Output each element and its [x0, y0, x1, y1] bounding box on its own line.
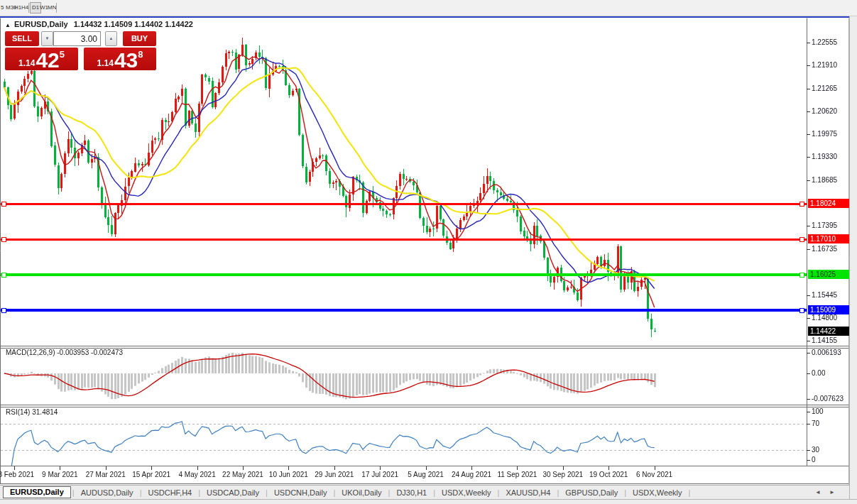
price-axis-tick: 1.22555 [812, 38, 837, 47]
macd-axis-label: 0.006193 [812, 349, 841, 357]
price-axis-tick: 1.15445 [812, 291, 837, 300]
price-axis-tick: 1.17395 [812, 221, 837, 230]
tab-scroll-left-icon[interactable]: ◄ [815, 489, 821, 495]
sell-price-box[interactable]: 1.14 42 5 [5, 48, 78, 70]
rsi-axis-label: 0 [812, 456, 816, 464]
volume-input[interactable] [53, 31, 101, 46]
chart-tab-usdx-weekly[interactable]: USDX,Weekly [435, 487, 497, 498]
date-axis-label: 6 Nov 2021 [636, 471, 672, 478]
date-axis-label: 10 Jun 2021 [269, 471, 308, 478]
sell-price-prefix: 1.14 [18, 58, 35, 68]
window-bottom-strip [0, 499, 857, 504]
date-axis-label: 18 Feb 2021 [0, 471, 34, 478]
buy-price-big: 43 [114, 50, 138, 70]
price-level-tag: 1.17010 [808, 234, 849, 243]
chart-ohlc-values: 1.14432 1.14509 1.14402 1.14422 [74, 20, 193, 28]
price-level-tag: 1.16025 [808, 270, 849, 279]
window-right-gutter [849, 16, 857, 504]
sell-price-big: 42 [36, 50, 59, 70]
chart-tab-usdchf-h4[interactable]: USDCHF,H4 [141, 487, 198, 498]
date-axis-label: 5 Aug 2021 [408, 471, 444, 478]
date-axis-label: 17 Jul 2021 [361, 471, 398, 478]
macd-axis-label: 0.00 [812, 369, 825, 378]
price-axis-tick: 1.14155 [812, 336, 837, 345]
date-axis-label: 27 Mar 2021 [86, 471, 126, 478]
date-axis-label: 11 Sep 2021 [497, 471, 537, 478]
date-axis-label: 22 May 2021 [222, 471, 263, 478]
chart-canvas[interactable] [0, 0, 857, 504]
toolbar-separator [56, 3, 57, 13]
date-axis-label: 19 Oct 2021 [589, 471, 628, 478]
chart-tab-usdx-weekly[interactable]: USDX,Weekly [626, 487, 688, 498]
volume-increase-button[interactable]: ▲ [105, 31, 117, 46]
macd-indicator-header: MACD(12,26,9) -0.003953 -0.002473 [6, 349, 123, 356]
chart-tab-usdcad-daily[interactable]: USDCAD,Daily [200, 487, 266, 498]
spinner-up-icon: ▲ [109, 36, 114, 40]
rsi-indicator-header: RSI(14) 31.4814 [6, 408, 58, 416]
chart-title: ▲EURUSD,Daily1.14432 1.14509 1.14402 1.1… [5, 20, 193, 28]
collapse-icon[interactable]: ▲ [5, 22, 11, 28]
macd-axis-label: -0.007623 [812, 395, 844, 403]
chart-symbol-label: EURUSD,Daily [14, 20, 68, 28]
buy-price-sup: 8 [138, 49, 143, 60]
timeframe-toolbar: 5M30H1H4D1W1MN [0, 0, 857, 16]
rsi-axis-label: 30 [812, 446, 819, 454]
price-axis-tick: 1.18685 [812, 176, 837, 185]
chart-tab-ukoil-daily[interactable]: UKOil,Daily [335, 487, 388, 498]
tab-scroll-right-icon[interactable]: ► [829, 489, 835, 495]
buy-price-prefix: 1.14 [97, 58, 114, 68]
tab-separator: | [689, 488, 691, 497]
timeframe-button-5[interactable]: 5 [0, 4, 4, 12]
price-axis-tick: 1.19975 [812, 130, 837, 138]
price-level-tag: 1.15009 [808, 305, 849, 314]
mt4-window: 5M30H1H4D1W1MN ▲EURUSD,Daily1.14432 1.14… [0, 0, 857, 504]
chart-tab-dj30-h1[interactable]: DJ30,H1 [390, 487, 433, 498]
price-axis-tick: 1.14800 [812, 314, 837, 322]
date-axis-label: 9 Mar 2021 [42, 471, 78, 478]
price-axis-tick: 1.21265 [812, 84, 837, 93]
price-level-tag: 1.18024 [808, 199, 849, 208]
buy-price-box[interactable]: 1.14 43 8 [84, 48, 156, 70]
toolbar-separator [28, 3, 29, 13]
price-axis-tick: 1.20620 [812, 107, 837, 116]
price-axis-tick: 1.21910 [812, 61, 837, 70]
price-axis-tick: 1.19330 [812, 153, 837, 161]
chart-tab-bar: EURUSD,Daily|AUDUSD,Daily|USDCHF,H4|USDC… [0, 485, 849, 499]
date-axis-label: 29 Jun 2021 [315, 471, 354, 478]
buy-button[interactable]: BUY [123, 31, 156, 46]
chart-tab-xauusd-h4[interactable]: XAUUSD,H4 [499, 487, 557, 498]
rsi-axis-label: 70 [812, 420, 819, 428]
one-click-trading-panel: SELL ▼ ▲ BUY 1.14 42 5 1.14 43 8 [5, 31, 156, 70]
sell-price-sup: 5 [60, 49, 65, 60]
price-axis-tick: 1.16735 [812, 245, 837, 253]
chart-tab-gbpusd-daily[interactable]: GBPUSD,Daily [559, 487, 624, 498]
spinner-down-icon: ▼ [45, 36, 50, 40]
volume-decrease-button[interactable]: ▼ [41, 31, 53, 46]
date-axis-label: 15 Apr 2021 [132, 471, 170, 478]
date-axis-label: 4 May 2021 [178, 471, 215, 478]
price-level-tag: 1.14422 [808, 327, 849, 336]
active-window-border [0, 16, 849, 18]
chart-tab-audusd-daily[interactable]: AUDUSD,Daily [75, 487, 140, 498]
rsi-axis-label: 100 [812, 407, 824, 416]
date-axis-label: 30 Sep 2021 [542, 471, 583, 478]
date-axis-label: 24 Aug 2021 [452, 471, 491, 478]
sell-button[interactable]: SELL [5, 31, 39, 46]
chart-tab-usdcnh-daily[interactable]: USDCNH,Daily [268, 487, 334, 498]
chart-tab-eurusd-daily[interactable]: EURUSD,Daily [3, 486, 71, 498]
